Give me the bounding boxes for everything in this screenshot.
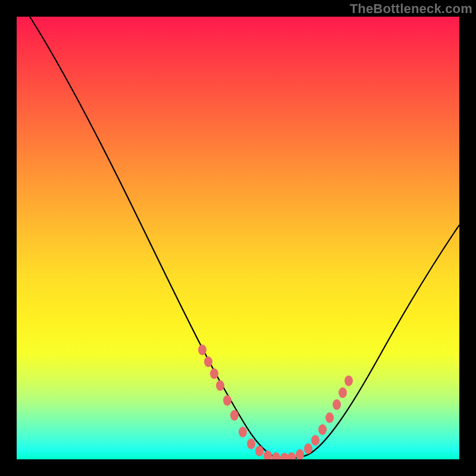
highlight-dot bbox=[318, 424, 327, 435]
highlight-dot bbox=[223, 395, 231, 406]
highlight-dot bbox=[296, 449, 304, 459]
chart-svg bbox=[17, 17, 459, 459]
highlight-dot bbox=[247, 439, 255, 449]
highlight-dot bbox=[216, 380, 224, 391]
highlight-dot bbox=[210, 368, 218, 379]
highlight-dot bbox=[345, 375, 353, 386]
highlight-dot bbox=[325, 412, 334, 423]
highlight-markers bbox=[198, 345, 353, 459]
bottleneck-curve bbox=[30, 17, 459, 458]
highlight-dot bbox=[280, 453, 289, 459]
highlight-dot bbox=[311, 435, 320, 446]
highlight-dot bbox=[204, 356, 212, 367]
highlight-dot bbox=[198, 345, 206, 355]
highlight-dot bbox=[333, 399, 341, 410]
highlight-dot bbox=[339, 387, 347, 398]
highlight-dot bbox=[264, 450, 272, 459]
highlight-dot bbox=[255, 446, 264, 456]
chart-frame bbox=[17, 17, 459, 459]
highlight-dot bbox=[272, 452, 280, 459]
highlight-dot bbox=[287, 452, 296, 459]
highlight-dot bbox=[304, 443, 312, 454]
watermark-text: TheBottleneck.com bbox=[350, 1, 472, 17]
highlight-dot bbox=[239, 427, 247, 437]
highlight-dot bbox=[230, 410, 239, 421]
